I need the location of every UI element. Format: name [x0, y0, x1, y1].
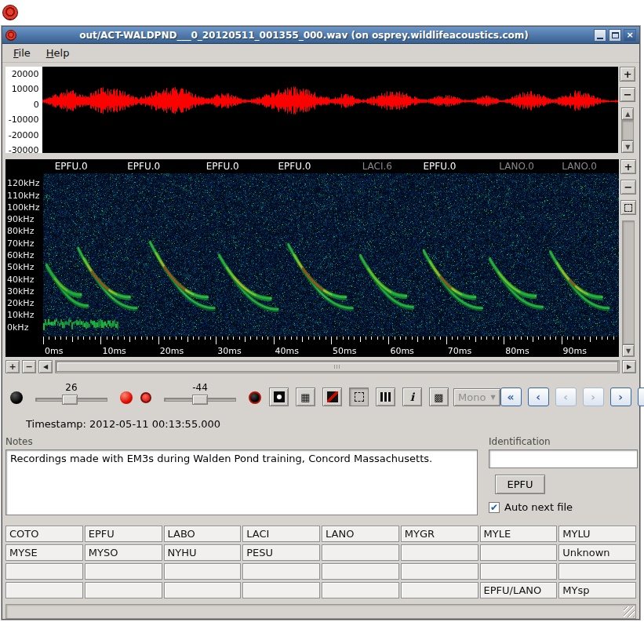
scrollbar-thumb[interactable] [56, 362, 618, 372]
waveform-panel: 20000100000-10000-20000-30000 + − ▲ ▼ [5, 67, 636, 153]
prev-file-button[interactable]: ‹ [528, 387, 549, 406]
species-button-empty[interactable] [164, 563, 242, 580]
spectrogram-vscrollbar[interactable]: ▼ [622, 220, 635, 357]
trigger-slider[interactable]: -44 [162, 382, 238, 410]
species-button-epfu-lano[interactable]: EPFU/LANO [480, 582, 558, 599]
species-button-empty[interactable] [322, 563, 399, 580]
spectrogram-zoom-out-button[interactable]: − [620, 180, 636, 195]
resize-grip-icon[interactable] [624, 606, 635, 617]
threshold-slash-icon[interactable] [322, 387, 342, 406]
species-button-myle[interactable]: MYLE [480, 526, 558, 542]
waveform-scroll-trough[interactable] [621, 120, 634, 140]
species-button-empty[interactable] [5, 563, 83, 580]
species-button-laci[interactable]: LACI [242, 526, 320, 542]
species-button-coto[interactable]: COTO [5, 526, 83, 542]
freq-label: 90kHz [7, 214, 34, 224]
slider-thumb[interactable] [192, 395, 208, 405]
scroll-up-icon[interactable]: ▲ [621, 107, 634, 120]
maximize-button[interactable] [609, 29, 621, 42]
scroll-right-button[interactable]: ▶ [622, 360, 636, 373]
spectrogram-panel: EPFU.0EPFU.0EPFU.0EPFU.0LACI.6EPFU.0LANO… [5, 159, 636, 357]
notes-textarea[interactable]: Recordings made with EM3s during Walden … [5, 449, 478, 515]
waveform-y-label: 0 [34, 100, 39, 110]
waveform-zoom-in-button[interactable]: + [620, 67, 635, 82]
compare-bars-icon[interactable] [376, 387, 395, 406]
time-zoom-out-button[interactable]: − [22, 360, 36, 373]
checkbox-icon[interactable]: ✔ [489, 502, 500, 513]
channel-select[interactable]: Mono ▼ [453, 388, 500, 406]
species-button-empty[interactable] [401, 563, 478, 580]
freq-label: 80kHz [7, 226, 34, 236]
species-button-epfu[interactable]: EPFU [85, 526, 162, 542]
close-button[interactable]: × [624, 29, 636, 42]
species-button-empty[interactable] [480, 544, 558, 561]
species-button-mygr[interactable]: MYGR [401, 526, 478, 542]
species-button-empty[interactable] [85, 563, 162, 580]
call-label-strip: EPFU.0EPFU.0EPFU.0EPFU.0LACI.6EPFU.0LANO… [5, 159, 619, 173]
titlebar[interactable]: out/ACT-WALDPND___0_20120511_001355_000.… [2, 27, 639, 44]
waveform-zoom-out-button[interactable]: − [620, 87, 635, 102]
species-button-empty[interactable] [401, 582, 478, 599]
scroll-down-icon[interactable]: ▼ [622, 344, 635, 357]
dots-grid-icon: ▦ [300, 392, 310, 402]
freq-label: 60kHz [7, 250, 34, 260]
first-file-button[interactable]: « [500, 387, 522, 406]
species-button-empty[interactable] [401, 544, 478, 561]
minimize-button[interactable] [594, 29, 606, 42]
species-button-empty[interactable] [164, 582, 242, 599]
scroll-left-button[interactable]: ◀ [38, 360, 53, 373]
waveform-vscrollbar[interactable]: ▲ ▼ [621, 107, 634, 153]
freq-label: 20kHz [7, 298, 34, 308]
menu-file[interactable]: File [7, 45, 37, 60]
fit-view-button[interactable] [620, 200, 636, 215]
slider-thumb[interactable] [62, 395, 78, 405]
measure-grid-icon[interactable]: ▩ [429, 387, 449, 406]
info-icon[interactable]: i [402, 387, 422, 406]
spectrogram-zoom-in-button[interactable]: + [620, 159, 636, 174]
last-file-button[interactable]: » [638, 387, 644, 406]
species-button-pesu[interactable]: PESU [242, 544, 320, 561]
time-axis [5, 337, 619, 357]
waveform-y-label: 20000 [12, 69, 39, 79]
auto-next-checkbox[interactable]: ✔ Auto next file [489, 501, 638, 513]
menubar: File Help [2, 44, 639, 63]
horizontal-scrollbar[interactable] [55, 360, 620, 373]
species-button-empty[interactable] [322, 544, 399, 561]
scroll-down-icon[interactable]: ▼ [621, 140, 634, 153]
record-indicator-icon[interactable] [140, 392, 151, 403]
volume-slider[interactable]: 26 [34, 382, 109, 410]
species-button-empty[interactable] [242, 563, 320, 580]
identification-input[interactable] [489, 449, 638, 468]
call-id-label: LACI.6 [362, 161, 392, 172]
measure-grid-icon: ▩ [434, 392, 443, 402]
waveform-canvas[interactable] [42, 67, 618, 153]
timestamp-label: Timestamp: 2012-05-11 00:13:55.000 [26, 418, 636, 430]
species-button-empty[interactable] [242, 582, 320, 599]
status-bar [5, 604, 636, 619]
species-button-empty[interactable] [558, 563, 636, 580]
menu-help[interactable]: Help [40, 45, 76, 60]
species-button-empty[interactable] [5, 582, 83, 599]
species-button-myse[interactable]: MYSE [5, 544, 83, 561]
species-button-mylu[interactable]: MYLU [558, 526, 636, 542]
stop-marker-icon[interactable] [269, 387, 289, 406]
time-zoom-in-button[interactable]: + [5, 360, 20, 373]
next-file-button[interactable]: › [610, 387, 631, 406]
freq-label: 120kHz [7, 178, 39, 188]
identification-apply-button[interactable]: EPFU [495, 475, 545, 494]
species-button-empty[interactable] [85, 582, 162, 599]
species-button-empty[interactable] [322, 582, 399, 599]
freq-label: 110kHz [7, 191, 39, 201]
species-button-labo[interactable]: LABO [164, 526, 242, 542]
spectrogram-canvas[interactable] [43, 173, 619, 337]
freq-label: 30kHz [7, 286, 34, 297]
spectrogram-scroll-trough[interactable] [622, 220, 635, 344]
species-button-empty[interactable] [480, 563, 558, 580]
species-button-mysp[interactable]: MYsp [558, 582, 636, 599]
selection-box-icon[interactable] [349, 387, 369, 406]
species-button-myso[interactable]: MYSO [85, 544, 162, 561]
species-button-unknown[interactable]: Unknown [558, 544, 636, 561]
species-button-nyhu[interactable]: NYHU [164, 544, 242, 561]
species-button-lano[interactable]: LANO [322, 526, 399, 542]
dots-grid-icon[interactable]: ▦ [296, 387, 315, 406]
